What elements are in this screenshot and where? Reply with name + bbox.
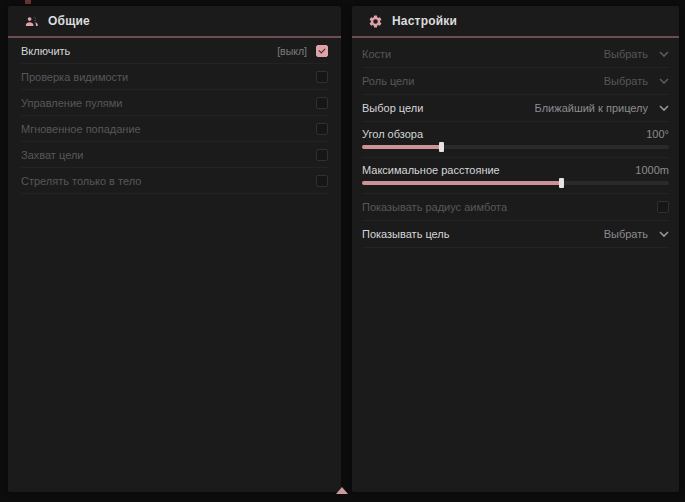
toggle-row-enable[interactable]: Включить [выкл] xyxy=(21,38,328,64)
slider-fill xyxy=(362,145,442,149)
checkbox[interactable] xyxy=(316,175,328,187)
checkbox[interactable] xyxy=(316,97,328,109)
checkbox[interactable] xyxy=(657,201,669,213)
slider-thumb[interactable] xyxy=(439,142,444,152)
dropdown-value: Ближайший к прицелу xyxy=(535,102,648,114)
dropdown-label: Роль цели xyxy=(362,75,414,87)
checkbox[interactable] xyxy=(316,149,328,161)
chevron-down-icon xyxy=(659,51,669,58)
max-distance-slider[interactable] xyxy=(362,181,669,185)
toggle-row-show-aimbot-radius[interactable]: Показывать радиус аимбота xyxy=(362,194,669,221)
settings-rows: Кости Выбрать Роль цели Выбрать Выбор це… xyxy=(352,38,679,248)
checkbox[interactable] xyxy=(316,71,328,83)
dropdown-value: Выбрать xyxy=(604,228,648,240)
fov-slider[interactable] xyxy=(362,145,669,149)
slider-fill xyxy=(362,181,562,185)
dropdown-row-show-target: Показывать цель Выбрать xyxy=(362,221,669,248)
slider-value: 100° xyxy=(646,128,669,140)
dropdown-row-target-role: Роль цели Выбрать xyxy=(362,68,669,95)
toggle-row-visibility-check[interactable]: Проверка видимости xyxy=(21,64,328,90)
panel-general-header: Общие xyxy=(8,6,341,33)
top-edge-artifact xyxy=(25,0,31,4)
dropdown-label: Показывать цель xyxy=(362,228,450,240)
chevron-down-icon xyxy=(659,231,669,238)
dropdown-row-target-selection: Выбор цели Ближайший к прицелу xyxy=(362,95,669,122)
dropdown-row-bones: Кости Выбрать xyxy=(362,41,669,68)
dropdown-label: Кости xyxy=(362,48,391,60)
scroll-up-arrow[interactable] xyxy=(336,487,348,494)
toggle-label: Проверка видимости xyxy=(21,71,128,83)
slider-row-max-distance: Максимальное расстояние 1000m xyxy=(362,158,669,194)
toggle-row-bullet-control[interactable]: Управление пулями xyxy=(21,90,328,116)
panel-title: Общие xyxy=(48,14,90,28)
users-icon xyxy=(24,14,39,29)
toggle-state-text: [выкл] xyxy=(277,45,307,57)
show-target-dropdown[interactable]: Выбрать xyxy=(604,228,669,240)
slider-label: Максимальное расстояние xyxy=(362,164,500,176)
toggle-label: Показывать радиус аимбота xyxy=(362,201,507,213)
target-role-dropdown[interactable]: Выбрать xyxy=(604,75,669,87)
slider-thumb[interactable] xyxy=(559,178,564,188)
dropdown-value: Выбрать xyxy=(604,75,648,87)
toggle-row-instant-hit[interactable]: Мгновенное попадание xyxy=(21,116,328,142)
panel-general: Общие Включить [выкл] Проверка видимости… xyxy=(8,6,341,492)
panel-settings: Настройки Кости Выбрать Роль цели Выбрат… xyxy=(352,6,679,492)
chevron-down-icon xyxy=(659,78,669,85)
target-selection-dropdown[interactable]: Ближайший к прицелу xyxy=(535,102,669,114)
toggle-row-body-only[interactable]: Стрелять только в тело xyxy=(21,168,328,194)
toggle-row-target-lock[interactable]: Захват цели xyxy=(21,142,328,168)
checkbox[interactable] xyxy=(316,123,328,135)
checkbox[interactable] xyxy=(316,45,328,57)
toggle-label: Управление пулями xyxy=(21,97,123,109)
toggle-label: Включить xyxy=(21,45,70,57)
general-rows: Включить [выкл] Проверка видимости Управ… xyxy=(8,38,341,194)
slider-value: 1000m xyxy=(635,164,669,176)
toggle-label: Мгновенное попадание xyxy=(21,123,141,135)
panel-title: Настройки xyxy=(392,14,457,28)
panel-settings-header: Настройки xyxy=(352,6,679,33)
gear-icon xyxy=(368,14,383,29)
dropdown-value: Выбрать xyxy=(604,48,648,60)
dropdown-label: Выбор цели xyxy=(362,102,423,114)
slider-row-fov: Угол обзора 100° xyxy=(362,122,669,158)
toggle-label: Стрелять только в тело xyxy=(21,175,141,187)
toggle-label: Захват цели xyxy=(21,149,83,161)
bones-dropdown[interactable]: Выбрать xyxy=(604,48,669,60)
slider-label: Угол обзора xyxy=(362,128,423,140)
chevron-down-icon xyxy=(659,105,669,112)
